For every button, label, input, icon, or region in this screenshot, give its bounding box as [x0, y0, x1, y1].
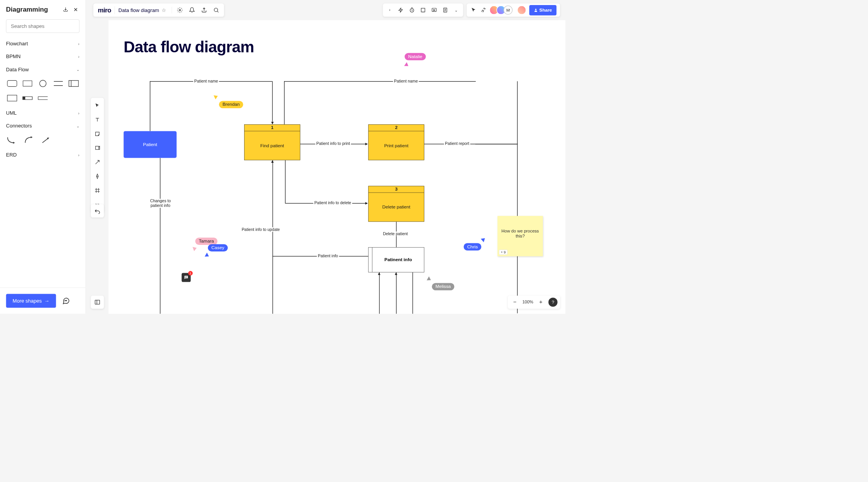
edge-label: Changes to patient info	[143, 199, 178, 208]
canvas[interactable]: Data flow diagram Patient name Changes t…	[108, 20, 565, 314]
node-find-patient[interactable]: 1 Find patient	[244, 124, 300, 160]
node-delete-patient[interactable]: 3 Delete patient	[368, 186, 424, 222]
topbar-right: › ⌄ 12 Share	[383, 3, 560, 17]
edge-line	[379, 272, 379, 314]
topbar: miro Data flow diagram ☆	[93, 3, 224, 17]
notes-icon[interactable]	[442, 7, 449, 14]
category-connectors[interactable]: Connectors ⌄	[0, 120, 86, 133]
diagram-title[interactable]: Data flow diagram	[124, 38, 254, 56]
avatars[interactable]: 12	[489, 5, 513, 14]
node-label: Print patient	[369, 131, 424, 160]
avatar-self[interactable]	[517, 5, 526, 14]
category-dataflow[interactable]: Data Flow ⌄	[0, 63, 86, 76]
pen-tool[interactable]	[91, 171, 104, 181]
export-icon[interactable]	[201, 7, 207, 14]
close-icon[interactable]	[72, 6, 80, 14]
svg-point-12	[66, 300, 67, 301]
category-label: Data Flow	[6, 67, 29, 72]
category-label: BPMN	[6, 54, 21, 60]
category-bpmn[interactable]: BPMN ›	[0, 50, 86, 63]
sticky-text: How do we process this?	[501, 229, 539, 239]
chevron-right-icon: ›	[78, 111, 79, 115]
timer-icon[interactable]	[409, 7, 415, 14]
node-label: Find patient	[245, 131, 300, 160]
category-uml[interactable]: UML ›	[0, 107, 86, 119]
chevron-right-icon: ›	[78, 153, 79, 157]
share-button[interactable]: Share	[529, 5, 556, 15]
feedback-icon[interactable]	[60, 295, 72, 306]
connector-straight[interactable]	[40, 134, 52, 146]
edge-line	[285, 160, 286, 203]
more-shapes-label: More shapes	[13, 298, 42, 304]
node-label: Patient	[143, 142, 157, 147]
help-button[interactable]: ?	[548, 298, 557, 306]
edge-line	[396, 272, 396, 314]
frame-tool[interactable]	[91, 185, 104, 196]
shape-rect2[interactable]	[6, 93, 18, 104]
chevron-right-icon: ›	[78, 54, 79, 59]
settings-icon[interactable]	[176, 7, 183, 14]
shape-parallel-lines[interactable]	[52, 78, 64, 89]
zoom-out-button[interactable]: −	[510, 298, 519, 306]
text-tool[interactable]	[91, 115, 104, 125]
sticky-note[interactable]: How do we process this? + 9	[498, 216, 543, 256]
bell-icon[interactable]	[189, 7, 195, 14]
node-label: Delete patient	[369, 193, 424, 221]
node-number: 1	[245, 125, 300, 131]
shape-circle[interactable]	[37, 78, 49, 89]
panel-toggle[interactable]	[91, 296, 104, 309]
node-patient-info[interactable]: Patinent info	[368, 247, 424, 272]
sticky-reactions[interactable]: + 9	[499, 250, 508, 255]
node-patient[interactable]: Patient	[124, 131, 177, 158]
chevron-right-small-icon[interactable]: ›	[386, 7, 393, 14]
miro-logo[interactable]: miro	[98, 6, 115, 14]
shape-rect[interactable]	[21, 78, 33, 89]
shape-datastore[interactable]	[67, 78, 79, 89]
svg-rect-5	[69, 81, 78, 87]
search-icon[interactable]	[213, 7, 219, 14]
node-print-patient[interactable]: 2 Print patient	[368, 124, 424, 160]
shape-tool[interactable]	[91, 143, 104, 153]
lightning-icon[interactable]	[398, 7, 404, 14]
cursor-melissa: Melissa	[432, 283, 455, 290]
shape-rounded-rect[interactable]	[6, 78, 18, 89]
more-icon[interactable]: ⌄	[453, 7, 460, 14]
cursor-pointer-icon	[205, 253, 210, 258]
undo-button[interactable]	[91, 204, 104, 217]
star-icon[interactable]: ☆	[162, 7, 166, 13]
avatar-count[interactable]: 12	[503, 5, 512, 14]
svg-point-19	[535, 9, 536, 10]
select-tool[interactable]	[91, 100, 104, 111]
edge-line	[284, 81, 476, 82]
arrow-head-icon	[365, 202, 368, 205]
node-number: 3	[369, 186, 424, 193]
present-icon[interactable]	[431, 7, 437, 14]
edge-label: Patient info	[317, 254, 339, 258]
sticky-tool[interactable]	[91, 129, 104, 139]
category-erd[interactable]: ERD ›	[0, 148, 86, 161]
more-shapes-button[interactable]: More shapes →	[6, 294, 56, 308]
category-label: Connectors	[6, 123, 32, 129]
zoom-in-button[interactable]: +	[536, 298, 545, 306]
frame-icon[interactable]	[420, 7, 426, 14]
board-name[interactable]: Data flow diagram	[119, 7, 159, 13]
import-icon[interactable]	[62, 6, 69, 14]
connector-arc[interactable]	[23, 134, 34, 146]
comment-marker[interactable]: 1	[182, 273, 191, 282]
arrow-tool[interactable]	[91, 157, 104, 167]
sidebar-footer: More shapes →	[0, 287, 86, 314]
category-flowchart[interactable]: Flowchart ›	[0, 37, 86, 50]
search-input[interactable]	[6, 19, 79, 33]
cursor-icon[interactable]	[470, 7, 477, 14]
cursor-natalie: Natalie	[405, 53, 426, 60]
connector-curve[interactable]	[6, 134, 17, 146]
comment-icon	[184, 275, 189, 280]
reactions-icon[interactable]	[480, 7, 486, 14]
shape-open-rect[interactable]	[37, 93, 49, 104]
cursor-pointer-icon	[193, 246, 198, 251]
toolbar	[91, 98, 104, 213]
cursor-casey: Casey	[208, 244, 227, 251]
shape-datastore2[interactable]	[21, 93, 33, 104]
zoom-level[interactable]: 100%	[521, 300, 535, 305]
category-label: ERD	[6, 152, 17, 158]
